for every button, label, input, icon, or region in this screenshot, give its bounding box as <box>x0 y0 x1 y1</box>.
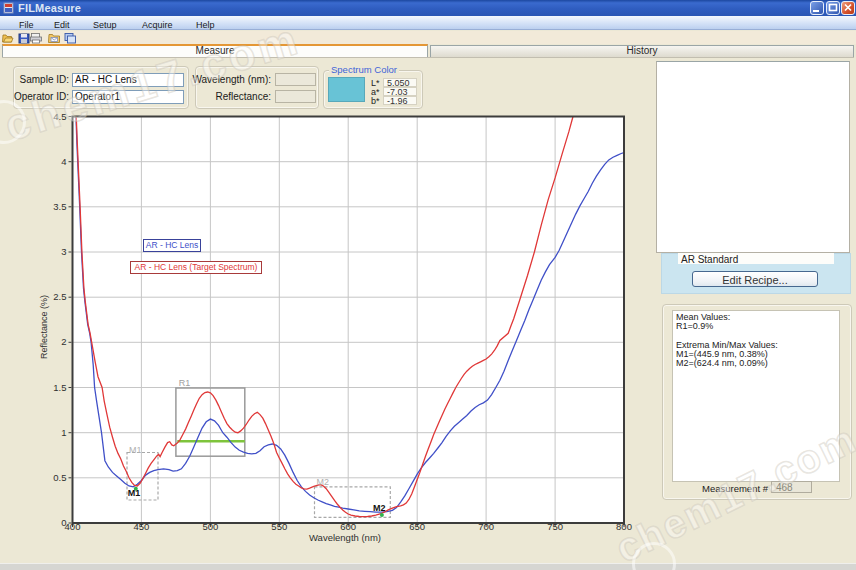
svg-text:400: 400 <box>65 521 81 532</box>
svg-text:4.5: 4.5 <box>53 111 66 122</box>
svg-text:1: 1 <box>61 427 66 438</box>
svg-text:3.5: 3.5 <box>53 201 66 212</box>
svg-text:600: 600 <box>340 521 356 532</box>
svg-text:2: 2 <box>61 336 66 347</box>
svg-text:R1: R1 <box>179 378 191 388</box>
svg-text:Wavelength (nm): Wavelength (nm) <box>309 532 381 543</box>
svg-text:450: 450 <box>133 521 149 532</box>
svg-text:4: 4 <box>61 156 66 167</box>
svg-text:550: 550 <box>271 521 287 532</box>
svg-text:500: 500 <box>202 521 218 532</box>
svg-text:800: 800 <box>616 521 632 532</box>
svg-text:3: 3 <box>61 246 66 257</box>
svg-text:M1: M1 <box>128 488 141 498</box>
svg-text:Reflectance (%): Reflectance (%) <box>39 295 49 359</box>
svg-text:1.5: 1.5 <box>53 382 66 393</box>
svg-text:M1: M1 <box>129 445 142 455</box>
svg-text:0: 0 <box>61 517 66 528</box>
svg-text:650: 650 <box>409 521 425 532</box>
svg-text:700: 700 <box>478 521 494 532</box>
svg-text:750: 750 <box>547 521 563 532</box>
svg-text:M2: M2 <box>373 503 386 513</box>
svg-text:2.5: 2.5 <box>53 291 66 302</box>
svg-text:M2: M2 <box>317 477 330 487</box>
svg-text:0.5: 0.5 <box>53 472 66 483</box>
